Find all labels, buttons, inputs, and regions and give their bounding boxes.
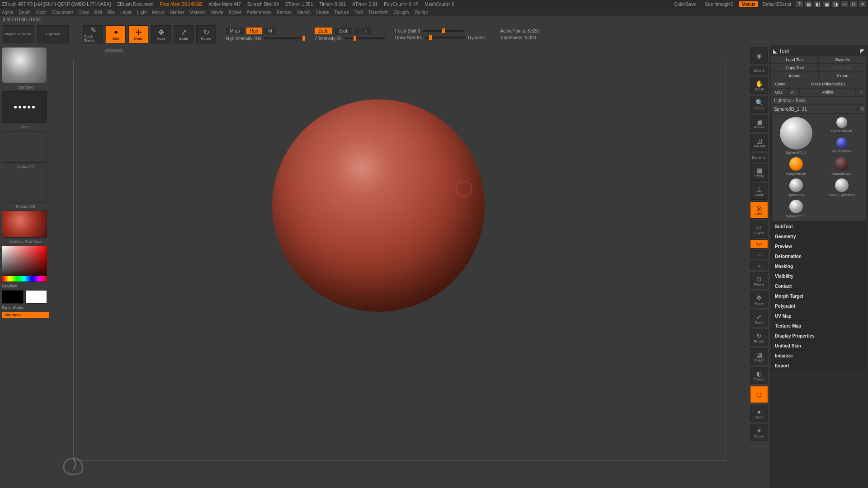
section-masking[interactable]: Masking xyxy=(771,262,866,271)
canvas[interactable] xyxy=(51,45,749,488)
mrgb-button[interactable]: Mrgb xyxy=(226,28,244,34)
frame-button[interactable]: ⊡Frame xyxy=(750,272,768,289)
close-icon[interactable]: ✕ xyxy=(859,1,866,7)
collapse-icon[interactable]: ◤ xyxy=(860,48,864,54)
rotate-nav-button[interactable]: ↻Rotate xyxy=(750,329,768,346)
persp-button[interactable]: ▦Persp xyxy=(750,164,768,181)
draw-size-slider[interactable] xyxy=(425,37,465,38)
swatch-black[interactable] xyxy=(2,290,24,304)
tool-item-sphere3d-1[interactable]: Sphere3D_1 xyxy=(774,117,817,155)
quicksave-button[interactable]: QuickSave xyxy=(670,1,699,7)
expand-icon[interactable]: ◣ xyxy=(773,48,777,54)
goz-button[interactable]: GoZ xyxy=(771,89,787,96)
dynamic-button[interactable]: Dynamic xyxy=(750,153,768,162)
transp-button[interactable]: ◐Transp xyxy=(750,367,768,384)
actual-button[interactable]: ▣Actual xyxy=(750,115,768,132)
move-button[interactable]: ✥Move xyxy=(151,25,171,43)
lsym-button[interactable]: ⇔LSym xyxy=(750,221,768,238)
dock-icon[interactable]: ◨ xyxy=(832,1,839,7)
section-initialize[interactable]: Initialize xyxy=(771,352,866,361)
material-preview[interactable] xyxy=(2,211,47,238)
lightbox-tools-label[interactable]: Lightbox › Tools xyxy=(771,97,866,104)
menu-stroke[interactable]: Stroke xyxy=(316,10,329,15)
xyz-button[interactable]: Xyz xyxy=(750,239,768,249)
hue-strip[interactable] xyxy=(2,276,47,282)
menu-marker[interactable]: Marker xyxy=(170,10,184,15)
section-morph-target[interactable]: Morph Target xyxy=(771,292,866,301)
brush-preview[interactable] xyxy=(2,47,47,83)
move-nav-button[interactable]: ✥Move xyxy=(750,291,768,308)
section-uv-map[interactable]: UV Map xyxy=(771,312,866,321)
spix-button[interactable]: SPix 3 xyxy=(750,66,768,75)
zoom-button[interactable]: 🔍Zoom xyxy=(750,96,768,113)
copy-tool-button[interactable]: Copy Tool xyxy=(771,64,818,71)
polyf-button[interactable]: ▦PolyF xyxy=(750,348,768,365)
menu-alpha[interactable]: Alpha xyxy=(2,10,14,15)
scale-nav-button[interactable]: ⤢Scale xyxy=(750,310,768,327)
minimize-icon[interactable]: — xyxy=(841,1,848,7)
color-icon[interactable]: ◧ xyxy=(814,1,821,7)
menu-draw[interactable]: Draw xyxy=(78,10,89,15)
seethrough-slider[interactable]: See-through 0 xyxy=(701,1,737,7)
focal-shift-slider[interactable] xyxy=(423,30,463,32)
aahalf-button[interactable]: ◫AAHalf xyxy=(750,134,768,151)
rotate-button[interactable]: ↻Rotate xyxy=(196,25,216,43)
load-tool-button[interactable]: Load Tool xyxy=(771,56,818,63)
menu-transform[interactable]: Transform xyxy=(368,10,388,15)
menu-zscript[interactable]: Zscript xyxy=(414,10,428,15)
import-button[interactable]: Import xyxy=(771,72,818,80)
section-polypaint[interactable]: Polypaint xyxy=(771,302,866,311)
section-preview[interactable]: Preview xyxy=(771,242,866,251)
z-button[interactable]: ⊕ xyxy=(750,261,768,270)
local-button[interactable]: ◎Local xyxy=(750,202,768,219)
ghost-button[interactable]: ◌ xyxy=(750,386,768,403)
tool-item-sphere3d-1b[interactable]: Sphere3D_1 xyxy=(774,200,817,218)
menu-light[interactable]: Light xyxy=(137,10,147,15)
menu-zplugin[interactable]: Zplugin xyxy=(394,10,409,15)
ui-icon[interactable]: ▦ xyxy=(805,1,812,7)
clone-button[interactable]: Clone xyxy=(771,80,789,88)
edit-button[interactable]: ✦Edit xyxy=(106,25,126,43)
section-export[interactable]: Export xyxy=(771,361,866,371)
tool-name-field[interactable]: Sphere3D_1. 31 xyxy=(771,105,857,113)
xpose-button[interactable]: ✦Xpose xyxy=(750,424,768,441)
draw-button[interactable]: ✢Draw xyxy=(128,25,148,43)
rgb-button[interactable]: Rgb xyxy=(246,28,262,34)
stroke-preview[interactable] xyxy=(2,91,47,123)
alternate-button[interactable]: Alternate xyxy=(2,312,49,318)
solo-button[interactable]: ●Solo xyxy=(750,405,768,422)
color-picker[interactable] xyxy=(2,246,47,282)
menu-stencil[interactable]: Stencil xyxy=(297,10,310,15)
scroll-button[interactable]: ✋Scroll xyxy=(750,77,768,94)
menu-material[interactable]: Material xyxy=(190,10,206,15)
dynamic-label[interactable]: Dynamic xyxy=(468,35,486,40)
section-deformation[interactable]: Deformation xyxy=(771,252,866,261)
menu-render[interactable]: Render xyxy=(277,10,292,15)
swatch-white[interactable] xyxy=(25,290,47,304)
section-contact[interactable]: Contact xyxy=(771,282,866,291)
zadd-button[interactable]: Zadd xyxy=(315,28,332,34)
default-script[interactable]: DefaultZScript xyxy=(760,1,794,7)
section-unified-skin[interactable]: Unified Skin xyxy=(771,342,866,351)
zsub-button[interactable]: Zsub xyxy=(335,28,352,34)
section-subtool[interactable]: SubTool xyxy=(771,222,866,231)
menu-macro[interactable]: Macro xyxy=(152,10,165,15)
scroll-indicator[interactable] xyxy=(105,49,123,52)
tool-item-alphabrush[interactable]: AlphaBrush xyxy=(820,137,863,155)
visible-button[interactable]: Visible xyxy=(800,89,855,96)
tool-item-spherebrush[interactable]: SphereBrush xyxy=(820,117,863,135)
menu-movie[interactable]: Movie xyxy=(211,10,223,15)
menu-color[interactable]: Color xyxy=(36,10,47,15)
bpr-button[interactable]: ◉ xyxy=(750,47,768,64)
r-button[interactable]: R xyxy=(856,89,867,96)
menu-layer[interactable]: Layer xyxy=(120,10,132,15)
menu-edit[interactable]: Edit xyxy=(94,10,102,15)
menu-tool[interactable]: Tool xyxy=(354,10,363,15)
menu-preferences[interactable]: Preferences xyxy=(247,10,271,15)
switchcolor-button[interactable]: SwitchColor xyxy=(2,305,49,310)
lightbox-button[interactable]: LightBox xyxy=(37,25,69,43)
section-display-properties[interactable]: Display Properties xyxy=(771,332,866,341)
tool-r-button[interactable]: R xyxy=(858,105,866,113)
rgb-intensity-label[interactable]: Rgb Intensity 100 xyxy=(226,36,261,41)
focal-shift-label[interactable]: Focal Shift 0 xyxy=(395,28,420,33)
